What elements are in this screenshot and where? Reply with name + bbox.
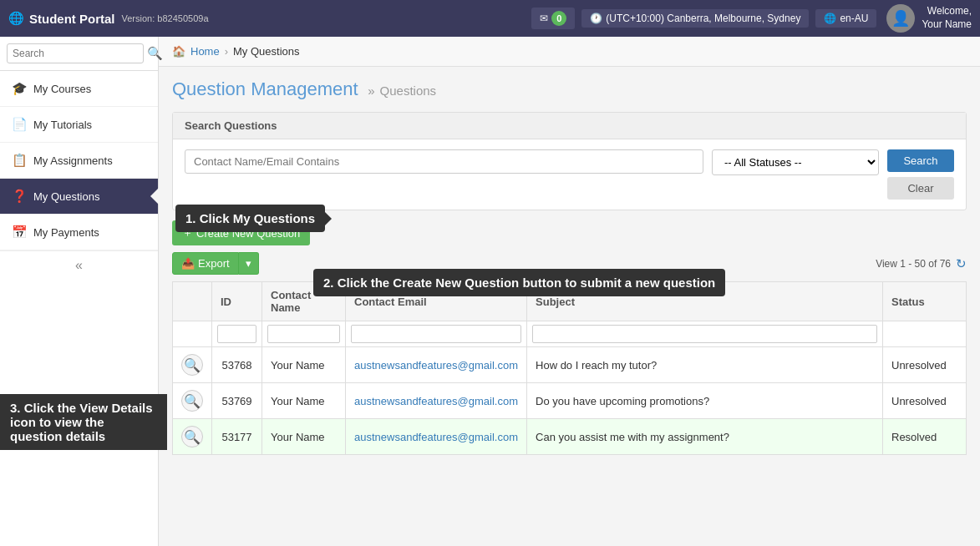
timezone-label: (UTC+10:00) Canberra, Melbourne, Sydney (606, 13, 800, 24)
sidebar-item-my-assignments[interactable]: 📋 My Assignments (0, 143, 158, 179)
search-input[interactable] (7, 43, 144, 63)
view-details-icon[interactable]: 🔍 (181, 426, 203, 447)
sidebar-item-my-courses[interactable]: 🎓 My Courses (0, 71, 158, 107)
app-title: Student Portal (29, 12, 115, 26)
filter-subject-cell (527, 321, 883, 347)
export-button-group: 📤 Export ▾ (172, 252, 259, 275)
row-contact-name: Your Name (262, 347, 346, 383)
export-row: 📤 Export ▾ View 1 - 50 of 76 ↻ (172, 252, 967, 275)
sidebar-label-my-tutorials: My Tutorials (33, 119, 92, 131)
row-status: Unresolved (883, 383, 967, 419)
view-details-icon[interactable]: 🔍 (181, 354, 203, 376)
table-header-row: ID Contact Name Contact Email Subject St… (173, 282, 967, 321)
row-subject: How do I reach my tutor? (527, 347, 883, 383)
col-header-id: ID (212, 282, 262, 321)
collapse-icon: « (75, 258, 83, 273)
row-id: 53177 (212, 419, 262, 455)
filter-subject-input[interactable] (532, 325, 877, 343)
sidebar-item-my-tutorials[interactable]: 📄 My Tutorials (0, 107, 158, 143)
breadcrumb-current: My Questions (233, 45, 299, 58)
search-panel-body: -- All Statuses -- Unresolved Resolved S… (173, 139, 966, 210)
row-status: Unresolved (883, 347, 967, 383)
user-menu[interactable]: 👤 Welcome, Your Name (886, 4, 972, 33)
questions-table: ID Contact Name Contact Email Subject St… (172, 281, 967, 455)
tutorials-icon: 📄 (12, 117, 27, 132)
main-layout: 🔍 🎓 My Courses 📄 My Tutorials 📋 My Assig… (0, 37, 980, 546)
sidebar-item-my-questions[interactable]: ❓ My Questions (0, 179, 158, 215)
view-details-icon[interactable]: 🔍 (181, 390, 203, 412)
contact-search-input[interactable] (185, 149, 703, 174)
locale-globe-icon: 🌐 (824, 13, 836, 24)
view-info: View 1 - 50 of 76 ↻ (876, 256, 967, 271)
row-contact-name: Your Name (262, 383, 346, 419)
sidebar-label-my-questions: My Questions (33, 190, 99, 203)
mail-button[interactable]: ✉ 0 (531, 8, 575, 29)
sidebar-item-my-payments[interactable]: 📅 My Payments (0, 215, 158, 250)
email-link[interactable]: austnewsandfeatures@gmail.com (354, 431, 518, 443)
create-button-label: Create New Question (196, 227, 300, 240)
timezone-button[interactable]: 🕐 (UTC+10:00) Canberra, Melbourne, Sydne… (581, 9, 809, 28)
action-row: ＋ Create New Question (172, 220, 967, 245)
row-action-cell: 🔍 (173, 347, 212, 383)
search-button[interactable]: Search (887, 149, 954, 172)
row-status: Resolved (883, 419, 967, 455)
row-action-cell: 🔍 (173, 419, 212, 455)
row-contact-name: Your Name (262, 419, 346, 455)
locale-button[interactable]: 🌐 en-AU (815, 9, 876, 28)
email-link[interactable]: austnewsandfeatures@gmail.com (354, 395, 518, 407)
row-action-cell: 🔍 (173, 383, 212, 419)
sidebar-label-my-assignments: My Assignments (33, 154, 113, 167)
filter-email-input[interactable] (351, 325, 521, 343)
filter-id-input[interactable] (217, 325, 256, 343)
view-info-label: View 1 - 50 of 76 (876, 258, 951, 270)
export-icon: 📤 (181, 257, 195, 270)
filter-name-cell (262, 321, 346, 347)
clear-button[interactable]: Clear (887, 177, 954, 200)
breadcrumb: 🏠 Home › My Questions (159, 37, 980, 67)
col-header-status: Status (883, 282, 967, 321)
sidebar-label-my-payments: My Payments (33, 226, 99, 239)
filter-email-cell (346, 321, 527, 347)
avatar: 👤 (886, 4, 915, 33)
row-subject: Can you assist me with my assignment? (527, 419, 883, 455)
globe-icon: 🌐 (8, 11, 24, 26)
sidebar-search-container: 🔍 (0, 37, 158, 71)
sidebar-label-my-courses: My Courses (33, 83, 91, 95)
questions-icon: ❓ (12, 189, 27, 204)
main-content: 🏠 Home › My Questions Question Managemen… (159, 37, 980, 546)
row-id: 53768 (212, 347, 262, 383)
brand-logo[interactable]: 🌐 Student Portal (8, 11, 115, 26)
row-subject: Do you have upcoming promotions? (527, 383, 883, 419)
search-icon[interactable]: 🔍 (147, 46, 163, 61)
table-row: 🔍 53177 Your Name austnewsandfeatures@gm… (173, 419, 967, 455)
page-title: Question Management (172, 78, 358, 99)
col-header-contact-name: Contact Name (262, 282, 346, 321)
breadcrumb-home[interactable]: Home (190, 45, 220, 58)
search-buttons: Search Clear (887, 149, 954, 200)
welcome-text: Welcome, Your Name (922, 5, 972, 31)
sidebar: 🔍 🎓 My Courses 📄 My Tutorials 📋 My Assig… (0, 37, 159, 546)
page-content: Question Management Questions Search Que… (159, 67, 980, 467)
home-icon: 🏠 (172, 45, 185, 58)
email-link[interactable]: austnewsandfeatures@gmail.com (354, 359, 518, 372)
row-contact-email: austnewsandfeatures@gmail.com (346, 419, 527, 455)
export-caret-button[interactable]: ▾ (239, 252, 259, 275)
status-filter-select[interactable]: -- All Statuses -- Unresolved Resolved (712, 149, 879, 175)
assignments-icon: 📋 (12, 153, 27, 168)
refresh-icon[interactable]: ↻ (956, 256, 967, 271)
sidebar-collapse-button[interactable]: « (0, 250, 158, 280)
col-header-action (173, 282, 212, 321)
plus-icon: ＋ (182, 225, 193, 240)
filter-name-input[interactable] (267, 325, 340, 343)
export-label: Export (198, 257, 230, 270)
table-row: 🔍 53769 Your Name austnewsandfeatures@gm… (173, 383, 967, 419)
table-body: 🔍 53768 Your Name austnewsandfeatures@gm… (173, 347, 967, 455)
create-question-button[interactable]: ＋ Create New Question (172, 220, 310, 245)
search-panel: Search Questions -- All Statuses -- Unre… (172, 112, 967, 210)
clock-icon: 🕐 (590, 13, 602, 24)
page-title-row: Question Management Questions (172, 78, 967, 100)
export-button[interactable]: 📤 Export (172, 252, 239, 275)
col-header-subject: Subject (527, 282, 883, 321)
courses-icon: 🎓 (12, 81, 27, 96)
breadcrumb-separator: › (225, 45, 228, 58)
